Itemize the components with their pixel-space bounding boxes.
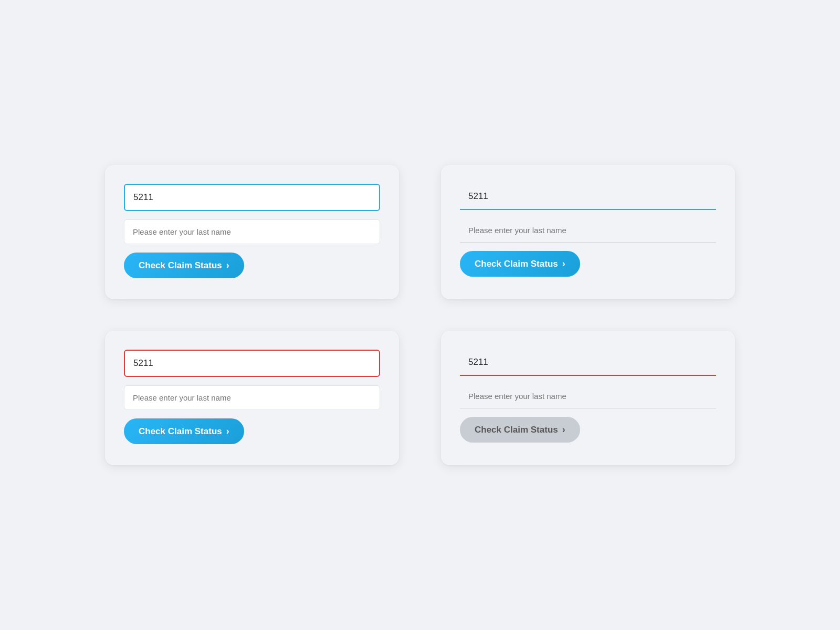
card-top-left: Check Claim Status› (105, 165, 399, 299)
card-bottom-right: Check Claim Status› (441, 331, 735, 465)
card-bottom-left: Check Claim Status› (105, 331, 399, 465)
check-claim-button-1[interactable]: Check Claim Status› (460, 251, 580, 277)
check-claim-button-2[interactable]: Check Claim Status› (124, 418, 244, 444)
check-claim-label-3: Check Claim Status (475, 425, 558, 435)
claim-number-input-1[interactable] (460, 184, 716, 210)
card-grid: Check Claim Status›Check Claim Status›Ch… (84, 144, 756, 486)
claim-number-input-3[interactable] (460, 350, 716, 376)
last-name-input-1[interactable] (460, 218, 716, 243)
claim-number-input-0[interactable] (124, 184, 380, 211)
last-name-input-0[interactable] (124, 219, 380, 244)
chevron-icon-1: › (562, 258, 565, 269)
chevron-icon-0: › (226, 260, 229, 271)
last-name-input-2[interactable] (124, 385, 380, 410)
chevron-icon-2: › (226, 426, 229, 437)
check-claim-label-2: Check Claim Status (139, 426, 222, 437)
check-claim-label-1: Check Claim Status (475, 259, 558, 269)
card-top-right: Check Claim Status› (441, 165, 735, 299)
check-claim-button-3[interactable]: Check Claim Status› (460, 417, 580, 443)
last-name-input-3[interactable] (460, 384, 716, 408)
check-claim-label-0: Check Claim Status (139, 260, 222, 271)
chevron-icon-3: › (562, 424, 565, 435)
check-claim-button-0[interactable]: Check Claim Status› (124, 253, 244, 278)
claim-number-input-2[interactable] (124, 350, 380, 377)
